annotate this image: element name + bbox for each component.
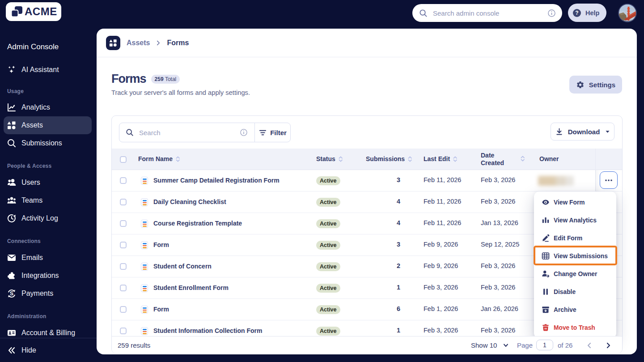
- svg-text:S: S: [10, 290, 13, 297]
